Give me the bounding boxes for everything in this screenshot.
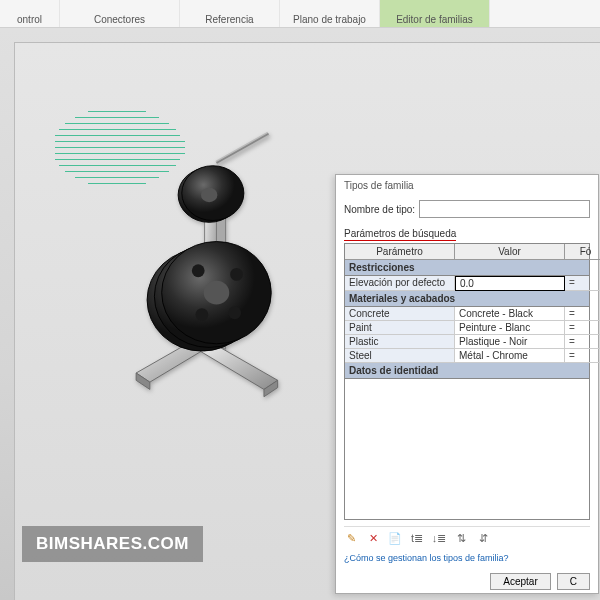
parameter-grid[interactable]: Parámetro Valor Fó Restricciones Elevaci… <box>344 243 590 520</box>
family-types-dialog: Tipos de familia Nombre de tipo: Parámet… <box>335 174 599 594</box>
col-param[interactable]: Parámetro <box>345 244 455 260</box>
row-steel[interactable]: SteelMétal - Chrome= <box>345 349 589 363</box>
row-concrete[interactable]: ConcreteConcrete - Black= <box>345 307 589 321</box>
grid-empty-area[interactable] <box>345 379 589 519</box>
help-link[interactable]: ¿Cómo se gestionan los tipos de familia? <box>344 549 590 569</box>
group-materiales[interactable]: Materiales y acabados <box>345 291 589 307</box>
watermark: BIMSHARES.COM <box>22 526 203 562</box>
col-value[interactable]: Valor <box>455 244 565 260</box>
ribbon: ontrol Conectores Referencia Plano de tr… <box>0 0 600 28</box>
group-restricciones[interactable]: Restricciones <box>345 260 589 276</box>
param-toolbar: ✎ ✕ 📄 t≣ ↓≣ ⇅ ⇵ <box>344 526 590 549</box>
delete-icon[interactable]: ✕ <box>366 531 380 545</box>
ok-button[interactable]: Aceptar <box>490 573 550 590</box>
ribbon-tab-conectores[interactable]: Conectores <box>60 0 180 27</box>
pencil-icon[interactable]: ✎ <box>344 531 358 545</box>
copy-icon[interactable]: 📄 <box>388 531 402 545</box>
cancel-button[interactable]: C <box>557 573 590 590</box>
move-down-icon[interactable]: ↓≣ <box>432 531 446 545</box>
sort-asc-icon[interactable]: ⇅ <box>454 531 468 545</box>
type-name-input[interactable] <box>419 200 590 218</box>
svg-point-18 <box>228 306 241 319</box>
ribbon-tab-plano[interactable]: Plano de trabajo <box>280 0 380 27</box>
move-up-icon[interactable]: t≣ <box>410 531 424 545</box>
group-identidad[interactable]: Datos de identidad <box>345 363 589 379</box>
svg-point-17 <box>195 308 208 321</box>
svg-point-14 <box>204 281 230 305</box>
svg-point-10 <box>201 188 217 203</box>
row-paint[interactable]: PaintPeinture - Blanc= <box>345 321 589 335</box>
ribbon-tab-referencia[interactable]: Referencia <box>180 0 280 27</box>
sort-desc-icon[interactable]: ⇵ <box>476 531 490 545</box>
weight-rack-model <box>127 103 337 433</box>
svg-line-7 <box>216 134 268 163</box>
ribbon-tab-control[interactable]: ontrol <box>0 0 60 27</box>
search-params-label[interactable]: Parámetros de búsqueda <box>344 228 456 241</box>
svg-point-16 <box>230 268 243 281</box>
col-formula[interactable]: Fó <box>565 244 600 260</box>
dialog-title: Tipos de familia <box>336 175 598 196</box>
row-elevacion[interactable]: Elevación por defecto0.0= <box>345 276 589 291</box>
svg-point-15 <box>192 264 205 277</box>
ribbon-tab-editor[interactable]: Editor de familias <box>380 0 490 27</box>
type-name-label: Nombre de tipo: <box>344 204 415 215</box>
row-plastic[interactable]: PlasticPlastique - Noir= <box>345 335 589 349</box>
